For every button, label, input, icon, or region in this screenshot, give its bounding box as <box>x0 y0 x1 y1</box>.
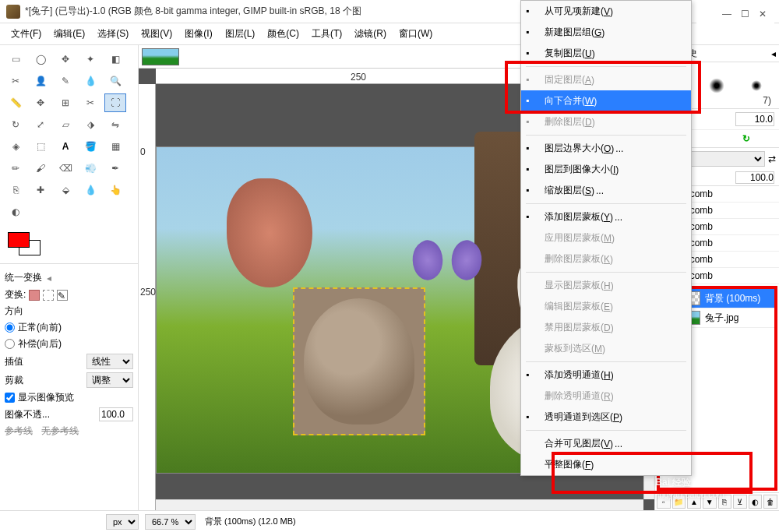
context-menu-item[interactable]: 平整图像(F) <box>521 454 691 475</box>
new-layer-button[interactable]: ▫ <box>657 495 671 509</box>
layer-up-button[interactable]: ▲ <box>687 495 701 509</box>
move-tool[interactable]: ✥ <box>30 93 51 112</box>
crop-tool[interactable]: ✂ <box>79 93 101 112</box>
context-menu-item[interactable]: ▪图层边界大小(O)... <box>521 138 691 159</box>
merge-down-button[interactable]: ⊻ <box>733 495 747 509</box>
eraser-tool[interactable]: ⌫ <box>55 159 76 178</box>
shear-tool[interactable]: ▱ <box>55 115 76 134</box>
by-color-select-tool[interactable]: ◧ <box>104 50 126 69</box>
horizontal-scrollbar[interactable] <box>156 499 643 510</box>
context-menu-item[interactable]: ▪图层到图像大小(I) <box>521 159 691 180</box>
status-bar: px 66.7 % 背景 (100ms) (12.0 MB) <box>0 510 779 532</box>
tool-options-title: 统一变换◂ <box>5 269 133 287</box>
rotate-tool[interactable]: ↻ <box>5 115 26 134</box>
free-select-tool[interactable]: ✥ <box>55 50 76 69</box>
color-picker-tool[interactable]: 💧 <box>79 72 101 90</box>
transform-layer-icon[interactable] <box>29 290 40 301</box>
context-menu-item[interactable]: ▪从可见项新建(V) <box>521 1 691 22</box>
paintbrush-tool[interactable]: 🖌 <box>30 159 51 178</box>
perspective-tool[interactable]: ⬗ <box>79 115 101 134</box>
context-menu-item[interactable]: ▪添加透明通道(H) <box>521 365 691 386</box>
show-preview-checkbox[interactable] <box>5 393 15 403</box>
image-opacity-field[interactable] <box>99 407 133 421</box>
context-menu-item[interactable]: ▪复制图层(U) <box>521 43 691 64</box>
menu-separator <box>526 66 686 67</box>
maximize-button[interactable]: ☐ <box>741 9 749 19</box>
context-menu-item[interactable]: ▪新建图层组(G) <box>521 22 691 43</box>
foreground-color[interactable] <box>8 232 30 248</box>
clipping-select[interactable]: 调整 <box>86 372 133 388</box>
foreground-select-tool[interactable]: 👤 <box>30 72 51 90</box>
image-tab-thumb[interactable] <box>142 48 179 65</box>
brush-dot-icon[interactable] <box>710 78 725 93</box>
bucket-fill-tool[interactable]: 🪣 <box>79 137 101 156</box>
transform-sel-icon[interactable] <box>43 290 54 301</box>
menu-edit[interactable]: 编辑(E) <box>49 24 90 44</box>
panel-menu-icon[interactable]: ◂ <box>47 273 51 284</box>
color-swatches[interactable] <box>0 229 138 263</box>
ellipse-select-tool[interactable]: ◯ <box>30 50 51 69</box>
flip-tool[interactable]: ⇋ <box>104 115 126 134</box>
menu-separator <box>526 135 686 136</box>
mask-button[interactable]: ◐ <box>749 495 763 509</box>
context-menu-item[interactable]: ▪缩放图层(S)... <box>521 180 691 201</box>
brush-size-field[interactable] <box>735 112 774 126</box>
menu-filters[interactable]: 滤镜(R) <box>350 24 391 44</box>
clone-tool[interactable]: ⎘ <box>5 181 26 199</box>
floating-selection[interactable] <box>293 287 425 435</box>
paths-tool[interactable]: ✎ <box>55 72 76 90</box>
context-menu-item[interactable]: ▪向下合并(W) <box>521 90 691 111</box>
zoom-tool[interactable]: 🔍 <box>104 72 126 90</box>
direction-normal-radio[interactable] <box>5 322 15 333</box>
del-icon: ▪ <box>526 116 538 129</box>
transform-path-icon[interactable]: ✎ <box>57 290 68 301</box>
unit-select[interactable]: px <box>106 514 139 530</box>
gradient-tool[interactable]: ▦ <box>104 137 126 156</box>
align-tool[interactable]: ⊞ <box>55 93 76 112</box>
context-menu-item[interactable]: ▪添加图层蒙板(Y)... <box>521 206 691 227</box>
context-menu-item[interactable]: ▪透明通道到选区(P) <box>521 407 691 428</box>
ink-tool[interactable]: ✒ <box>104 159 126 178</box>
duplicate-layer-button[interactable]: ⎘ <box>718 495 732 509</box>
cage-tool[interactable]: ◈ <box>5 137 26 156</box>
perspective-clone-tool[interactable]: ⬙ <box>55 181 76 199</box>
delete-layer-button[interactable]: 🗑 <box>763 495 777 509</box>
layer-down-button[interactable]: ▼ <box>703 495 717 509</box>
vertical-ruler[interactable]: 0 250 <box>139 84 156 510</box>
scissors-tool[interactable]: ✂ <box>5 72 26 90</box>
fuzzy-select-tool[interactable]: ✦ <box>79 50 101 69</box>
menu-view[interactable]: 视图(V) <box>136 24 177 44</box>
menu-layer[interactable]: 图层(L) <box>220 24 260 44</box>
heal-tool[interactable]: ✚ <box>30 181 51 199</box>
menu-file[interactable]: 文件(F) <box>6 24 46 44</box>
interpolation-select[interactable]: 线性 <box>86 354 133 369</box>
menu-tools[interactable]: 工具(T) <box>307 24 347 44</box>
rect-select-tool[interactable]: ▭ <box>5 50 26 69</box>
scale-tool[interactable]: ⤢ <box>30 115 51 134</box>
zoom-select[interactable]: 66.7 % <box>145 514 196 530</box>
context-menu-item[interactable]: 合并可见图层(V)... <box>521 433 691 454</box>
minimize-button[interactable]: — <box>722 9 731 19</box>
mouse-graphic <box>304 298 414 425</box>
text-tool[interactable]: A <box>55 137 76 156</box>
menu-windows[interactable]: 窗口(W) <box>394 24 437 44</box>
close-button[interactable]: ✕ <box>759 9 767 19</box>
menu-colors[interactable]: 颜色(C) <box>263 24 304 44</box>
brush-dot-icon[interactable] <box>751 80 762 91</box>
warp-tool[interactable]: ⬚ <box>30 137 51 156</box>
menu-image[interactable]: 图像(I) <box>180 24 217 44</box>
mode-switch-icon[interactable]: ⇄ <box>768 153 776 164</box>
dock-menu-icon[interactable]: ◂ <box>771 48 776 59</box>
unified-transform-tool[interactable]: ⛶ <box>104 93 126 112</box>
pencil-tool[interactable]: ✏ <box>5 159 26 178</box>
airbrush-tool[interactable]: 💨 <box>79 159 101 178</box>
menu-select[interactable]: 选择(S) <box>93 24 133 44</box>
blur-tool[interactable]: 💧 <box>79 181 101 199</box>
measure-tool[interactable]: 📏 <box>5 93 26 112</box>
layer-opacity-field[interactable] <box>735 171 774 184</box>
smudge-tool[interactable]: 👆 <box>104 181 126 199</box>
dodge-burn-tool[interactable]: ◐ <box>5 203 26 221</box>
new-group-button[interactable]: 📁 <box>672 495 686 509</box>
direction-corrective-radio[interactable] <box>5 339 15 349</box>
refresh-icon[interactable]: ↻ <box>742 133 750 144</box>
